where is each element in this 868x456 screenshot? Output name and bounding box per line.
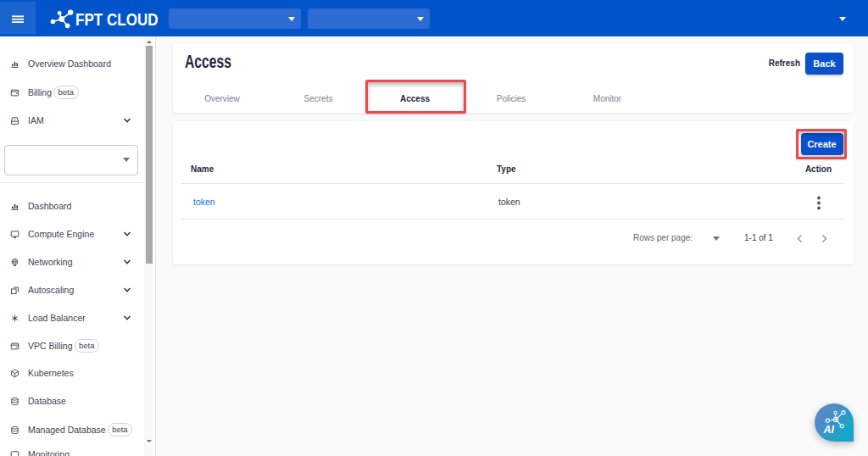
svg-text:AI: AI <box>823 424 835 436</box>
